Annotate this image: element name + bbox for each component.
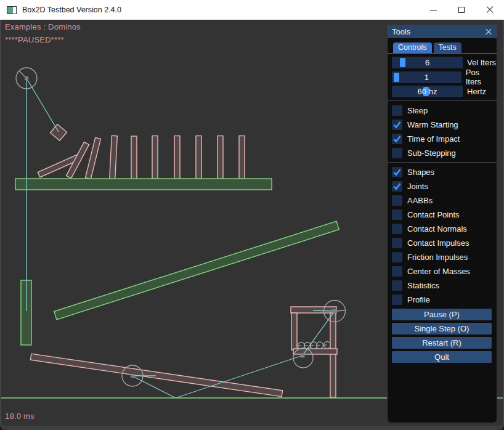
checkbox-box[interactable] <box>392 105 402 116</box>
hertz-label: Hertz <box>467 87 486 96</box>
tab-bar: Controls Tests <box>388 43 497 53</box>
frame-structure <box>291 307 337 397</box>
slider-row-pos-iters: 1 Pos Iters <box>392 71 497 83</box>
slider-row-hertz: 60 hz Hertz <box>392 86 497 97</box>
paused-label: ****PAUSED**** <box>5 35 64 44</box>
checkbox-friction-impulses[interactable]: Friction Impulses <box>392 252 497 262</box>
hertz-slider[interactable]: 60 hz <box>392 86 463 97</box>
pos-iters-value: 1 <box>392 71 461 83</box>
pause-button[interactable]: Pause (P) <box>392 309 492 320</box>
vel-iters-label: Vel Iters <box>467 58 496 67</box>
checkbox-time-of-impact[interactable]: Time of Impact <box>392 134 497 144</box>
frame-time-label: 18.0 ms <box>5 412 35 421</box>
separator <box>388 100 497 101</box>
checkbox-warm-starting[interactable]: Warm Starting <box>392 120 497 130</box>
checkbox-box[interactable] <box>392 209 402 220</box>
checkbox-box[interactable] <box>392 167 402 177</box>
checkbox-box[interactable] <box>392 224 402 234</box>
panel-close-icon[interactable] <box>485 28 492 36</box>
vel-iters-slider[interactable]: 6 <box>392 57 463 68</box>
checkbox-sub-stepping[interactable]: Sub-Stepping <box>392 148 497 158</box>
checkbox-profile[interactable]: Profile <box>392 294 497 305</box>
checkbox-box[interactable] <box>392 266 402 277</box>
vel-iters-value: 6 <box>392 57 463 68</box>
checkbox-box[interactable] <box>392 148 402 158</box>
app-window: Box2D Testbed Version 2.4.0 <box>0 0 504 430</box>
checkbox-shapes[interactable]: Shapes <box>392 167 497 177</box>
domino-platform <box>15 179 272 190</box>
restart-button[interactable]: Restart (R) <box>392 337 492 349</box>
checkbox-box[interactable] <box>392 294 402 305</box>
checkbox-contact-points[interactable]: Contact Points <box>392 209 497 220</box>
pos-iters-label: Pos Iters <box>466 68 497 86</box>
tools-panel-header[interactable]: Tools <box>388 25 497 38</box>
checkbox-statistics[interactable]: Statistics <box>392 280 497 291</box>
green-platforms <box>15 179 339 345</box>
checkbox-box[interactable] <box>392 134 402 144</box>
dominoes <box>38 136 245 179</box>
checkbox-box[interactable] <box>392 252 402 262</box>
pendulum-bob <box>51 124 67 141</box>
tab-tests[interactable]: Tests <box>434 43 461 53</box>
check-icon <box>392 134 402 144</box>
tools-panel: Tools Controls Tests 6 Vel Iters 1 <box>387 25 497 423</box>
checkbox-aabbs[interactable]: AABBs <box>392 195 497 206</box>
example-label: Examples : Dominos <box>5 22 81 31</box>
checkbox-contact-normals[interactable]: Contact Normals <box>392 224 497 234</box>
check-icon <box>392 168 402 177</box>
single-step-button[interactable]: Single Step (O) <box>392 323 492 335</box>
checkbox-joints[interactable]: Joints <box>392 181 497 192</box>
checkbox-center-of-masses[interactable]: Center of Masses <box>392 266 497 277</box>
checkbox-box[interactable] <box>392 280 402 291</box>
hertz-value: 60 hz <box>392 86 463 97</box>
joint-anchor-points <box>25 76 337 378</box>
tab-controls[interactable]: Controls <box>393 43 432 53</box>
checkbox-box[interactable] <box>392 238 402 248</box>
slider-row-vel-iters: 6 Vel Iters <box>392 57 497 68</box>
checkbox-sleep[interactable]: Sleep <box>392 105 497 116</box>
quit-button[interactable]: Quit <box>392 351 492 363</box>
pos-iters-slider[interactable]: 1 <box>392 71 461 83</box>
angled-plank <box>54 221 339 320</box>
check-icon <box>392 182 402 191</box>
checkbox-box[interactable] <box>392 181 402 192</box>
tools-panel-title: Tools <box>392 27 410 36</box>
checkbox-box[interactable] <box>392 195 402 206</box>
separator <box>388 162 497 163</box>
check-icon <box>392 120 402 129</box>
checkbox-box[interactable] <box>392 120 402 130</box>
checkbox-contact-impulses[interactable]: Contact Impulses <box>392 238 497 248</box>
